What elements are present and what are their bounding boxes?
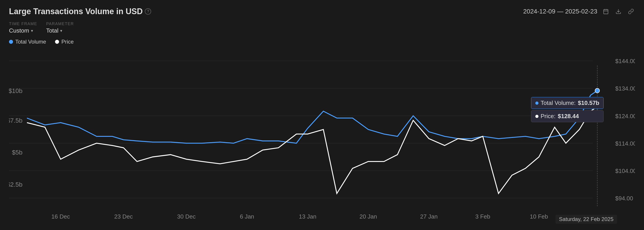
calendar-icon[interactable] bbox=[602, 8, 610, 16]
timeframe-dropdown[interactable]: Custom ▾ bbox=[9, 27, 37, 34]
date-range: 2024-12-09 — 2025-02-23 bbox=[523, 8, 597, 15]
svg-text:$2.5b: $2.5b bbox=[9, 181, 22, 188]
chart-container: Large Transactions Volume in USD ? 2024-… bbox=[0, 0, 644, 230]
download-icon[interactable] bbox=[614, 8, 622, 16]
chart-area: $10b $7.5b $5b $2.5b $144.00 $134.00 $12… bbox=[9, 47, 635, 226]
main-chart-svg: $10b $7.5b $5b $2.5b $144.00 $134.00 $12… bbox=[9, 47, 635, 226]
legend-dot-total-volume bbox=[9, 40, 13, 44]
controls-row: TIME FRAME Custom ▾ PARAMETER Total ▾ bbox=[9, 22, 635, 34]
tooltip-price: Price: $128.44 bbox=[531, 110, 604, 122]
date-label-bottom: Saturday, 22 Feb 2025 bbox=[556, 215, 617, 224]
price-line bbox=[27, 107, 597, 194]
parameter-control: PARAMETER Total ▾ bbox=[46, 22, 74, 34]
legend-dot-price bbox=[55, 40, 59, 44]
timeframe-arrow: ▾ bbox=[31, 28, 33, 33]
svg-text:$10b: $10b bbox=[9, 87, 22, 94]
svg-text:$124.00: $124.00 bbox=[615, 112, 635, 119]
svg-text:6 Jan: 6 Jan bbox=[240, 213, 254, 220]
timeframe-control: TIME FRAME Custom ▾ bbox=[9, 22, 37, 34]
legend-row: Total Volume Price bbox=[9, 39, 635, 45]
header-row: Large Transactions Volume in USD ? 2024-… bbox=[9, 7, 635, 16]
tooltip-volume-value: $10.57b bbox=[578, 100, 599, 106]
svg-text:10 Feb: 10 Feb bbox=[530, 213, 548, 220]
info-icon[interactable]: ? bbox=[145, 8, 151, 14]
svg-text:$104.00: $104.00 bbox=[615, 168, 635, 174]
svg-text:$5b: $5b bbox=[12, 149, 22, 156]
svg-text:$144.00: $144.00 bbox=[615, 58, 635, 64]
parameter-label: PARAMETER bbox=[46, 22, 74, 26]
total-volume-line bbox=[27, 90, 597, 143]
svg-text:16 Dec: 16 Dec bbox=[52, 213, 70, 220]
tooltip-box: Total Volume: $10.57b Price: $128.44 bbox=[531, 97, 604, 122]
title-area: Large Transactions Volume in USD ? bbox=[9, 7, 151, 16]
tooltip-price-value: $128.44 bbox=[558, 113, 579, 120]
legend-total-volume: Total Volume bbox=[9, 39, 46, 45]
parameter-arrow: ▾ bbox=[60, 28, 62, 33]
tooltip-volume: Total Volume: $10.57b bbox=[531, 97, 604, 109]
svg-text:30 Dec: 30 Dec bbox=[177, 213, 196, 220]
svg-text:$7.5b: $7.5b bbox=[9, 117, 22, 124]
tooltip-price-dot bbox=[535, 115, 538, 118]
svg-text:$114.00: $114.00 bbox=[615, 140, 635, 147]
svg-point-31 bbox=[595, 88, 600, 93]
link-icon[interactable] bbox=[627, 8, 635, 16]
svg-text:27 Jan: 27 Jan bbox=[420, 213, 438, 220]
parameter-dropdown[interactable]: Total ▾ bbox=[46, 27, 74, 34]
header-right: 2024-12-09 — 2025-02-23 bbox=[523, 8, 635, 16]
svg-text:3 Feb: 3 Feb bbox=[475, 213, 490, 220]
svg-rect-0 bbox=[604, 10, 608, 14]
timeframe-label: TIME FRAME bbox=[9, 22, 37, 26]
svg-text:23 Dec: 23 Dec bbox=[114, 213, 133, 220]
legend-price: Price bbox=[55, 39, 74, 45]
svg-text:$134.00: $134.00 bbox=[615, 85, 635, 92]
tooltip-volume-label: Total Volume: bbox=[541, 100, 576, 106]
tooltip-price-label: Price: bbox=[541, 113, 556, 120]
chart-title: Large Transactions Volume in USD bbox=[9, 7, 142, 16]
svg-text:$94.00: $94.00 bbox=[615, 195, 633, 202]
svg-text:20 Jan: 20 Jan bbox=[360, 213, 377, 220]
tooltip-volume-dot bbox=[535, 102, 538, 105]
svg-text:13 Jan: 13 Jan bbox=[299, 213, 316, 220]
